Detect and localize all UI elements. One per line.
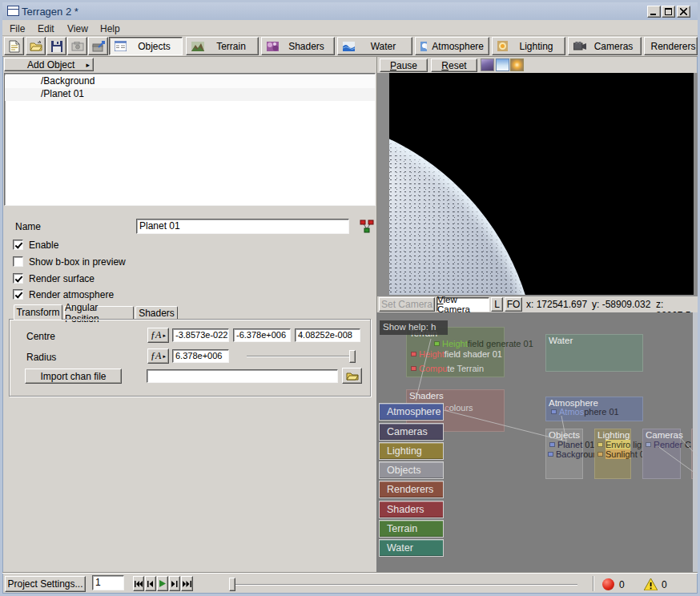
error-indicator-icon[interactable]: [602, 578, 614, 590]
object-item-label: /Background: [41, 75, 95, 87]
open-project-button[interactable]: [26, 37, 46, 55]
object-list-item[interactable]: /Background: [5, 75, 375, 88]
prev-frame-icon: [147, 581, 154, 587]
title-bar[interactable]: Terragen 2 *: [2, 2, 698, 20]
network-scrollbar[interactable]: [693, 312, 698, 574]
tab-cameras[interactable]: Cameras: [568, 37, 642, 55]
menu-view[interactable]: View: [64, 22, 91, 35]
name-input[interactable]: Planet 01: [136, 219, 349, 234]
tab-objects[interactable]: Objects: [109, 37, 183, 55]
close-button[interactable]: [677, 6, 690, 18]
render-surface-checkbox[interactable]: [13, 273, 23, 284]
go-first-frame-button[interactable]: [133, 576, 144, 591]
render-atmosphere-checkbox[interactable]: [13, 289, 23, 300]
object-list-item[interactable]: /Planet 01: [5, 88, 375, 101]
node-chip-icon: [411, 366, 416, 371]
add-object-button[interactable]: Add Object ▸: [4, 58, 94, 71]
view-camera-button[interactable]: View Camera: [436, 297, 489, 312]
network-group-cameras[interactable]: Cameras: [642, 429, 681, 479]
timeline-slider-track[interactable]: [231, 584, 577, 586]
node-graph-button[interactable]: [359, 219, 375, 234]
warning-indicator-icon[interactable]: [644, 578, 658, 590]
fo-button[interactable]: FO: [505, 297, 522, 312]
palette-atmosphere[interactable]: Atmosphere: [379, 403, 444, 421]
render-image-button[interactable]: [67, 37, 87, 55]
tab-atmosphere[interactable]: Atmosphere: [415, 37, 489, 55]
go-last-frame-button[interactable]: [181, 576, 193, 591]
centre-x-input[interactable]: -3.8573e-022: [172, 328, 229, 342]
terrain-toggle-icon[interactable]: [481, 58, 494, 71]
node-compute-terrain[interactable]: Compute Terrain: [411, 364, 484, 373]
first-frame-icon: [135, 581, 143, 587]
frame-number-input[interactable]: 1: [92, 575, 124, 590]
node-heightfield-generate[interactable]: Heightfield generate 01: [434, 339, 533, 348]
menu-edit[interactable]: Edit: [34, 22, 58, 35]
centre-z-input[interactable]: 4.08252e-008: [295, 328, 360, 342]
l-button[interactable]: L: [491, 297, 503, 312]
palette-lighting[interactable]: Lighting: [379, 442, 444, 460]
node-heightfield-shader[interactable]: Heightfield shader 01: [411, 349, 502, 359]
play-button[interactable]: [157, 576, 168, 591]
tab-renderers[interactable]: Renderers: [644, 37, 698, 55]
set-camera-button[interactable]: Set Camera: [379, 297, 435, 312]
function-icon: ƒA: [151, 350, 161, 362]
browse-chan-button[interactable]: [342, 368, 362, 384]
project-settings-button[interactable]: Project Settings...: [5, 576, 86, 592]
menu-file[interactable]: File: [6, 22, 28, 35]
node-atmosphere-01[interactable]: Atmosphere 01: [551, 407, 619, 417]
group-label: Shaders: [409, 391, 444, 401]
app-icon: [7, 6, 19, 16]
save-icon: [51, 41, 62, 52]
sun-toggle-icon[interactable]: [510, 58, 524, 71]
timeline-slider-handle[interactable]: [229, 578, 235, 591]
node-label: 01: [585, 440, 594, 449]
palette-cameras[interactable]: Cameras: [379, 423, 444, 441]
network-group-water[interactable]: Water: [545, 334, 643, 372]
pause-button[interactable]: Pause: [380, 58, 428, 72]
camera-x-readout: x: 172541.697: [526, 299, 587, 310]
maximize-button[interactable]: [662, 6, 675, 18]
enable-checkbox[interactable]: [13, 240, 23, 250]
menu-help[interactable]: Help: [97, 22, 123, 35]
save-project-button[interactable]: [46, 37, 66, 55]
palette-water[interactable]: Water: [379, 539, 444, 557]
reset-button[interactable]: Reset: [431, 58, 477, 72]
tab-shaders-sub[interactable]: Shaders: [135, 306, 178, 320]
tab-shaders[interactable]: Shaders: [261, 37, 335, 55]
centre-label: Centre: [26, 331, 55, 342]
tab-angular-position[interactable]: Angular Position: [64, 306, 134, 320]
tab-terrain[interactable]: Terrain: [186, 37, 259, 55]
import-chan-button[interactable]: Import chan file: [25, 368, 122, 384]
clouds-toggle-icon[interactable]: [496, 58, 509, 71]
node-render-camera[interactable]: Render Camera: [646, 440, 698, 449]
status-divider: [593, 576, 594, 591]
tab-water[interactable]: Water: [337, 37, 412, 55]
centre-function-button[interactable]: ƒA ▸: [147, 328, 169, 343]
palette-objects[interactable]: Objects: [379, 461, 444, 479]
radius-input[interactable]: 6.378e+006: [172, 349, 229, 363]
radius-slider-track[interactable]: [247, 356, 353, 357]
node-planet-01[interactable]: Planet 01: [549, 440, 594, 449]
palette-label: Water: [387, 542, 413, 554]
node-enviro-light[interactable]: Enviro light: [597, 440, 649, 449]
radius-slider-handle[interactable]: [349, 350, 356, 363]
radius-label: Radius: [26, 352, 56, 363]
next-frame-button[interactable]: [169, 576, 180, 591]
new-project-button[interactable]: [4, 37, 24, 55]
tab-lighting[interactable]: Lighting: [492, 37, 565, 55]
preview-3d-view[interactable]: [389, 73, 694, 295]
centre-y-input[interactable]: -6.378e+006: [233, 328, 291, 342]
show-bbox-checkbox[interactable]: [13, 256, 23, 267]
palette-label: Renderers: [387, 484, 433, 495]
node-network-view[interactable]: Terrain Heightfield generate 01 Heightfi…: [376, 312, 698, 574]
palette-shaders[interactable]: Shaders: [379, 501, 444, 518]
prev-frame-button[interactable]: [145, 576, 156, 591]
radius-function-button[interactable]: ƒA ▸: [147, 348, 169, 364]
tab-transform[interactable]: Transform: [14, 304, 62, 320]
palette-terrain[interactable]: Terrain: [379, 520, 444, 538]
palette-renderers[interactable]: Renderers: [379, 481, 444, 498]
chan-file-input[interactable]: [147, 369, 338, 383]
camera-y-readout: y: -58909.032: [592, 299, 650, 310]
node-palette-button[interactable]: [88, 37, 108, 55]
minimize-button[interactable]: [647, 6, 661, 18]
